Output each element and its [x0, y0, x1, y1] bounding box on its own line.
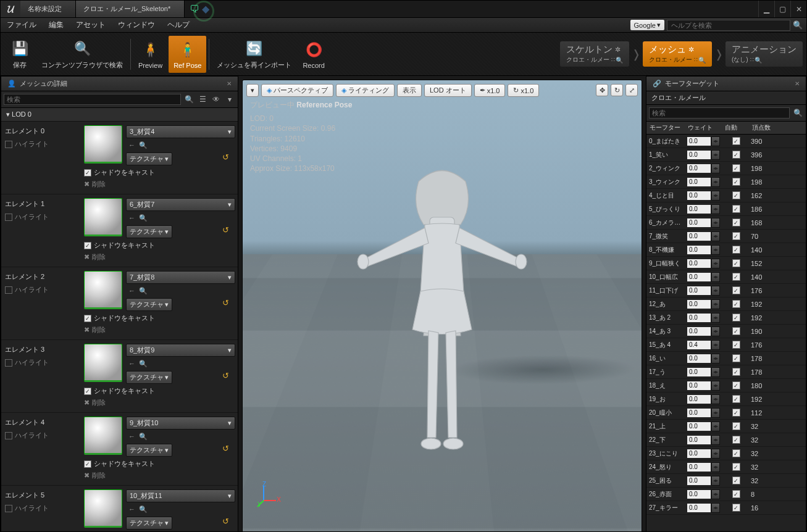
- spinner-buttons-icon[interactable]: ◂▸: [711, 449, 720, 459]
- auto-checkbox[interactable]: ✓: [732, 205, 740, 213]
- spinner-buttons-icon[interactable]: ◂▸: [711, 272, 720, 282]
- weight-input[interactable]: [687, 245, 711, 255]
- spinner-buttons-icon[interactable]: ◂▸: [711, 245, 720, 255]
- material-thumbnail[interactable]: [84, 417, 122, 455]
- weight-spinner[interactable]: ◂▸: [687, 408, 720, 418]
- weight-input[interactable]: [687, 422, 711, 431]
- auto-checkbox[interactable]: ✓: [732, 476, 740, 484]
- search-icon[interactable]: 🔍: [139, 433, 148, 441]
- shadow-checkbox[interactable]: ✓シャドウをキャスト: [84, 239, 235, 251]
- weight-spinner[interactable]: ◂▸: [687, 476, 720, 486]
- morph-name[interactable]: 27_キラー: [649, 504, 687, 512]
- preview-button[interactable]: 🧍 Preview: [133, 36, 167, 73]
- morph-name[interactable]: 0_まばたき: [649, 137, 687, 146]
- lod-section-header[interactable]: ▾ LOD 0: [1, 108, 238, 122]
- weight-input[interactable]: [687, 286, 711, 296]
- spinner-buttons-icon[interactable]: ◂▸: [711, 462, 720, 472]
- weight-spinner[interactable]: ◂▸: [687, 272, 720, 282]
- morph-name[interactable]: 4_じと目: [649, 191, 687, 200]
- morph-name[interactable]: 5_びっくり: [649, 205, 687, 214]
- reimport-button[interactable]: 🔄 メッシュを再インポート: [212, 36, 296, 73]
- lighting-button[interactable]: ◈ライティング: [336, 84, 395, 97]
- header-name[interactable]: モーフター: [650, 123, 688, 132]
- spinner-buttons-icon[interactable]: ◂▸: [711, 340, 720, 350]
- morph-name[interactable]: 2_ウィンク: [649, 164, 687, 173]
- weight-spinner[interactable]: ◂▸: [687, 204, 720, 214]
- weight-spinner[interactable]: ◂▸: [687, 313, 720, 323]
- revert-icon[interactable]: ↺: [222, 517, 229, 526]
- material-dropdown[interactable]: 7_材質8▾: [126, 271, 235, 284]
- search-icon[interactable]: 🔍: [139, 214, 148, 222]
- save-button[interactable]: 💾 保存: [4, 36, 35, 73]
- revert-icon[interactable]: ↺: [222, 371, 229, 380]
- delete-button[interactable]: ✖削除: [84, 324, 235, 336]
- weight-input[interactable]: [687, 489, 711, 499]
- weight-spinner[interactable]: ◂▸: [687, 259, 720, 268]
- eye-icon[interactable]: 👁: [211, 94, 222, 105]
- spinner-buttons-icon[interactable]: ◂▸: [711, 476, 720, 486]
- tab-1[interactable]: 名称未設定: [20, 1, 76, 17]
- back-arrow-icon[interactable]: ←: [128, 141, 135, 149]
- chevron-down-icon[interactable]: ▾: [224, 94, 235, 105]
- auto-checkbox[interactable]: ✓: [732, 246, 740, 254]
- back-arrow-icon[interactable]: ←: [128, 433, 135, 441]
- morph-name[interactable]: 13_あ 2: [649, 314, 687, 322]
- highlight-checkbox[interactable]: ハイライト: [5, 212, 78, 222]
- close-icon[interactable]: ✕: [795, 80, 800, 87]
- viewport-render[interactable]: プレビュー中 Reference Pose LOD: 0 Current Scr…: [243, 80, 642, 532]
- search-icon[interactable]: 🔍: [139, 287, 148, 295]
- morph-name[interactable]: 19_お: [649, 395, 687, 404]
- auto-checkbox[interactable]: ✓: [732, 327, 740, 335]
- auto-checkbox[interactable]: ✓: [732, 422, 740, 430]
- spinner-buttons-icon[interactable]: ◂▸: [711, 150, 720, 160]
- texture-dropdown[interactable]: テクスチャ ▾: [126, 371, 172, 384]
- material-dropdown[interactable]: 9_材質10▾: [126, 417, 235, 430]
- shadow-checkbox[interactable]: ✓シャドウをキャスト: [84, 167, 235, 178]
- menu-asset[interactable]: アセット: [70, 20, 112, 30]
- texture-dropdown[interactable]: テクスチャ ▾: [126, 152, 172, 165]
- morph-name[interactable]: 23_にこり: [649, 449, 687, 458]
- weight-input[interactable]: [687, 136, 711, 146]
- search-icon[interactable]: 🔍: [183, 94, 194, 105]
- spinner-buttons-icon[interactable]: ◂▸: [711, 489, 720, 499]
- weight-input[interactable]: [687, 299, 711, 309]
- weight-input[interactable]: [687, 164, 711, 173]
- auto-checkbox[interactable]: ✓: [732, 151, 740, 159]
- texture-dropdown[interactable]: テクスチャ ▾: [126, 298, 172, 311]
- spinner-buttons-icon[interactable]: ◂▸: [711, 286, 720, 296]
- weight-input[interactable]: [687, 435, 711, 445]
- fullscreen-icon[interactable]: ⤢: [625, 84, 638, 96]
- morph-name[interactable]: 18_え: [649, 381, 687, 390]
- weight-input[interactable]: [687, 367, 711, 377]
- revert-icon[interactable]: ↺: [222, 298, 229, 307]
- morph-name[interactable]: 3_ウィンク: [649, 178, 687, 186]
- close-button[interactable]: ✕: [790, 1, 806, 17]
- auto-checkbox[interactable]: ✓: [732, 300, 740, 308]
- texture-dropdown[interactable]: テクスチャ ▾: [126, 517, 172, 530]
- weight-spinner[interactable]: ◂▸: [687, 489, 720, 499]
- auto-checkbox[interactable]: ✓: [732, 178, 740, 186]
- spinner-buttons-icon[interactable]: ◂▸: [711, 136, 720, 146]
- morph-name[interactable]: 14_あ 3: [649, 327, 687, 336]
- spinner-buttons-icon[interactable]: ◂▸: [711, 408, 720, 418]
- morph-name[interactable]: 8_不機嫌: [649, 246, 687, 254]
- morph-name[interactable]: 20_瞳小: [649, 409, 687, 417]
- weight-input[interactable]: [687, 150, 711, 160]
- auto-checkbox[interactable]: ✓: [732, 286, 740, 294]
- auto-checkbox[interactable]: ✓: [732, 273, 740, 281]
- spinner-buttons-icon[interactable]: ◂▸: [711, 381, 720, 391]
- weight-spinner[interactable]: ◂▸: [687, 354, 720, 364]
- morph-name[interactable]: 9_口幅狭く: [649, 259, 687, 268]
- auto-checkbox[interactable]: ✓: [732, 341, 740, 349]
- crumb-animation[interactable]: アニメーション (なし)∷🔍: [725, 41, 803, 67]
- morph-name[interactable]: 6_カメラ目線: [649, 218, 687, 227]
- google-dropdown[interactable]: Google▾: [630, 20, 664, 30]
- tab-2[interactable]: クロエ・ルメール_Skeleton*: [76, 1, 185, 17]
- search-icon[interactable]: 🔍: [139, 141, 148, 149]
- weight-input[interactable]: [687, 503, 711, 513]
- refpose-button[interactable]: 🧍‍♂️ Ref Pose: [169, 36, 206, 73]
- spinner-buttons-icon[interactable]: ◂▸: [711, 503, 720, 513]
- perspective-button[interactable]: ◈パースペクティブ: [261, 84, 333, 97]
- material-thumbnail[interactable]: [84, 344, 122, 382]
- delete-button[interactable]: ✖削除: [84, 251, 235, 263]
